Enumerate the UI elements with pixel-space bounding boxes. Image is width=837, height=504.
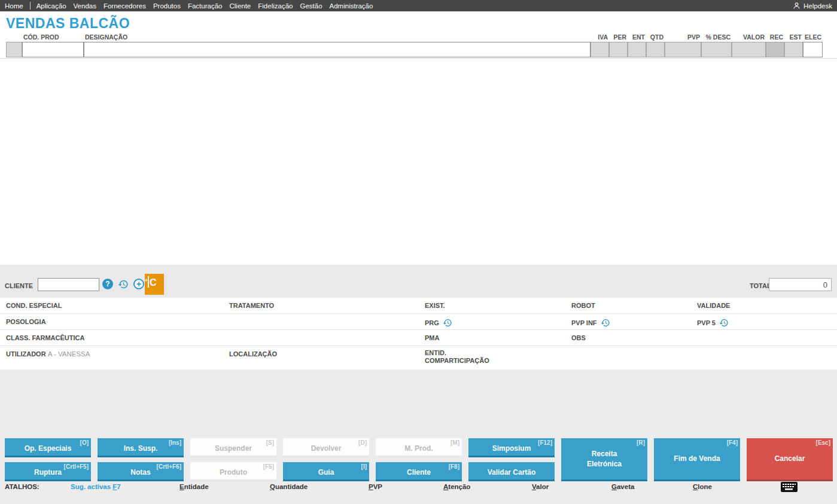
tratamento-label: TRATAMENTO <box>229 298 425 313</box>
shortcut-entidade[interactable]: Entidade <box>179 483 209 490</box>
shortcut-gaveta[interactable]: Gaveta <box>611 483 634 490</box>
menu-item-home[interactable]: Home <box>5 2 23 10</box>
menu-item-cliente[interactable]: Cliente <box>229 2 251 10</box>
valor-cell <box>732 42 766 57</box>
validar-cartao-button[interactable]: Validar Cartão <box>468 462 555 481</box>
total-input[interactable] <box>769 278 832 291</box>
entid-comparticipacao-label: ENTID. COMPARTICIPAÇÃO <box>425 346 571 369</box>
col-qtd: QTD <box>646 33 665 57</box>
devolver-button: [D] Devolver <box>283 438 369 457</box>
col-cod-prod: CÓD. PROD <box>22 33 84 57</box>
col-header-rec: REC <box>766 33 784 42</box>
qtd-cell <box>646 42 665 57</box>
iva-cell <box>591 42 609 57</box>
robot-label: ROBOT <box>571 298 697 313</box>
col-pvp: PVP <box>665 33 701 57</box>
guia-button[interactable]: [I] Guia <box>283 462 369 481</box>
product-details-panel: COND. ESPECIAL TRATAMENTO EXIST. ROBOT V… <box>0 298 837 369</box>
row-selector-column <box>6 33 22 57</box>
col-elec: ELEC <box>803 33 823 57</box>
menu-item-aplicacao[interactable]: Aplicação <box>36 2 66 10</box>
elec-input[interactable] <box>803 42 823 57</box>
ent-cell <box>628 42 646 57</box>
cond-especial-label: COND. ESPECIAL <box>6 298 229 313</box>
details-row-2: POSOLOGIA PRG PVP INF PVP 5 <box>0 314 837 330</box>
menu-item-fornecedores[interactable]: Fornecedores <box>104 2 146 10</box>
prg-label: PRG <box>425 319 439 326</box>
helpdesk-label: Helpdesk <box>803 2 832 10</box>
cliente-button[interactable]: [F8] Cliente <box>376 462 462 481</box>
cliente-label: CLIENTE <box>5 282 33 289</box>
shortcut-valor[interactable]: Valor <box>532 483 549 490</box>
cod-prod-input[interactable] <box>22 42 84 57</box>
col-header-cod-prod: CÓD. PROD <box>22 33 84 42</box>
op-especiais-button[interactable]: [O] Op. Especiais <box>5 438 91 457</box>
col-header-designacao: DESIGNAÇÃO <box>84 33 591 42</box>
fim-de-venda-button[interactable]: [F4] Fim de Venda <box>654 438 740 481</box>
simposium-button[interactable]: [F12] Simposium <box>468 438 555 457</box>
person-icon <box>793 2 801 10</box>
menu-separator <box>30 2 31 10</box>
help-icon[interactable]: ? <box>102 279 113 289</box>
col-per: PER <box>609 33 628 57</box>
desc-cell <box>701 42 732 57</box>
produto-button: [F5] Produto <box>190 462 276 481</box>
menu-item-gestao[interactable]: Gestão <box>300 2 322 10</box>
pvp-inf-label: PVP INF <box>571 319 597 326</box>
designacao-input[interactable] <box>84 42 591 57</box>
menu-item-fidelizacao[interactable]: Fidelização <box>258 2 293 10</box>
rec-cell <box>766 42 784 57</box>
pvp-inf-history-icon[interactable] <box>601 322 610 329</box>
shortcut-atencao[interactable]: Atenção <box>443 483 470 490</box>
menubar: Home Aplicação Vendas Fornecedores Produ… <box>0 0 837 11</box>
notas-button[interactable]: [Crtl+F6] Notas <box>98 462 184 481</box>
suspender-button: [S] Suspender <box>190 438 276 457</box>
menu-item-vendas[interactable]: Vendas <box>74 2 96 10</box>
col-header-valor: VALOR <box>732 33 766 42</box>
pvp-5-label: PVP 5 <box>697 319 716 326</box>
col-header-est: EST <box>784 33 803 42</box>
pvp-5-history-icon[interactable] <box>719 322 729 329</box>
shortcut-clone[interactable]: Clone <box>693 483 712 490</box>
receita-eletronica-button[interactable]: [R] Receita Eletrónica <box>561 438 647 481</box>
shortcut-quantidade[interactable]: Quantidade <box>270 483 308 490</box>
details-row-3: CLASS. FARMACÊUTICA PMA OBS <box>0 330 837 346</box>
est-cell <box>784 42 803 57</box>
col-header-iva: IVA <box>591 33 609 42</box>
col-header-desc: % DESC <box>701 33 732 42</box>
col-iva: IVA <box>591 33 609 57</box>
validade-label: VALIDADE <box>697 298 837 313</box>
ins-susp-button[interactable]: [Ins] Ins. Susp. <box>98 438 184 457</box>
total-label: TOTAL <box>750 282 771 289</box>
col-designacao: DESIGNAÇÃO <box>84 33 591 57</box>
shortcut-pvp[interactable]: PVP <box>369 483 382 490</box>
col-header-ent: ENT <box>628 33 646 42</box>
col-header-elec: ELEC <box>803 33 823 42</box>
atalhos-label: ATALHOS: <box>5 483 39 490</box>
ruptura-button[interactable]: [Crtl+F5] Ruptura <box>5 462 91 481</box>
details-row-1: COND. ESPECIAL TRATAMENTO EXIST. ROBOT V… <box>0 298 837 314</box>
page-title: VENDAS BALCÃO <box>6 16 130 32</box>
add-client-icon[interactable]: + <box>133 279 144 289</box>
menu-item-administracao[interactable]: Administração <box>330 2 373 10</box>
helpdesk-link[interactable]: Helpdesk <box>793 2 832 10</box>
keyboard-icon[interactable] <box>781 482 798 493</box>
menu-item-facturacao[interactable]: Facturação <box>188 2 223 10</box>
col-desc: % DESC <box>701 33 732 57</box>
client-history-icon[interactable] <box>118 279 129 289</box>
shortcuts-bar: ATALHOS: Sug. activas F7 Entidade Quanti… <box>0 483 837 495</box>
pvp-cell <box>665 42 701 57</box>
cancelar-button[interactable]: [Esc] Cancelar <box>747 438 833 481</box>
col-header-per: PER <box>609 33 628 42</box>
row-selector-cell[interactable] <box>6 42 22 57</box>
class-farmaceutica-label: CLASS. FARMACÊUTICA <box>6 330 229 346</box>
cliente-input[interactable] <box>38 278 99 291</box>
prg-history-icon[interactable] <box>443 322 452 329</box>
col-rec: REC <box>766 33 784 57</box>
menu-item-produtos[interactable]: Produtos <box>153 2 181 10</box>
shortcut-sug-activas[interactable]: Sug. activas F7 <box>71 483 121 490</box>
utilizador-value: A - VANESSA <box>48 350 90 358</box>
details-row-4: UTILIZADOR A - VANESSA LOCALIZAÇÃO ENTID… <box>0 346 837 369</box>
pma-label: PMA <box>425 330 571 346</box>
utilizador-label: UTILIZADOR <box>6 350 46 358</box>
